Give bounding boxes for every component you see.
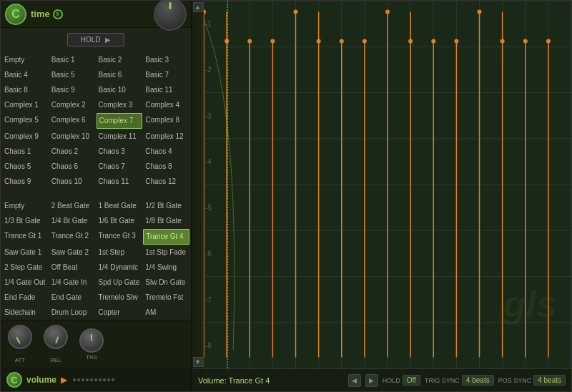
preset-cell[interactable]: Complex 3 — [97, 98, 143, 112]
preset-cell[interactable]: Trance Gt 2 — [49, 229, 96, 245]
preset-cell[interactable]: Basic 5 — [49, 68, 96, 82]
preset-cell[interactable]: Basic 1 — [49, 53, 96, 67]
preset-cell[interactable]: Complex 7 — [97, 113, 143, 129]
trs-knob[interactable] — [79, 328, 104, 353]
preset-cell[interactable]: Complex 12 — [143, 129, 189, 144]
preset-cell[interactable]: 1/4 Gate In — [49, 275, 96, 290]
preset-cell[interactable]: 1/3 Bt Gate — [2, 214, 49, 228]
preset-cell[interactable]: AM — [143, 305, 189, 320]
preset-cell[interactable]: 1 Beat Gate — [97, 199, 143, 213]
preset-row: Complex 9Complex 10Complex 11Complex 12 — [2, 129, 189, 144]
preset-cell[interactable]: Basic 6 — [97, 68, 143, 82]
automation-canvas[interactable] — [204, 1, 571, 368]
preset-cell[interactable]: Chaos 7 — [97, 160, 143, 174]
preset-cell[interactable]: Basic 2 — [97, 53, 143, 67]
rel-knob-group: · · · · · REL — [44, 325, 68, 363]
preset-cell[interactable]: Complex 10 — [49, 129, 96, 144]
preset-cell[interactable]: Slw Dn Gate — [143, 275, 189, 290]
preset-cell[interactable]: End Gate — [49, 290, 96, 305]
scroll-track[interactable] — [194, 14, 202, 356]
preset-cell[interactable]: Basic 4 — [2, 68, 49, 82]
preset-cell[interactable]: 2 Step Gate — [2, 260, 49, 275]
preset-row: EmptyBasic 1Basic 2Basic 3 — [2, 53, 189, 67]
preset-cell[interactable]: Complex 11 — [97, 129, 143, 144]
preset-cell[interactable]: Basic 7 — [143, 68, 189, 82]
preset-cell[interactable]: 1/4 Swing — [143, 260, 189, 275]
preset-cell[interactable]: Saw Gate 2 — [49, 245, 96, 260]
preset-cell[interactable]: Chaos 6 — [49, 160, 96, 174]
preset-cell[interactable]: Off Beat — [49, 260, 96, 275]
hold-button[interactable]: HOLD ▶ — [67, 33, 124, 46]
preset-cell[interactable]: End Fade — [2, 290, 49, 305]
preset-cell[interactable]: 1/6 Bt Gate — [97, 214, 143, 228]
main-knob[interactable] — [154, 0, 187, 31]
preset-cell[interactable]: Copter — [97, 305, 143, 320]
preset-cell[interactable]: Basic 9 — [49, 83, 96, 97]
hold-value[interactable]: Off — [403, 375, 420, 386]
preset-cell[interactable]: Basic 10 — [97, 83, 143, 97]
transport-btn-2[interactable]: ▶ — [365, 374, 378, 387]
preset-cell[interactable]: 1/2 Bt Gate — [143, 199, 189, 213]
preset-cell[interactable]: Complex 6 — [49, 113, 96, 129]
preset-section-0: EmptyBasic 1Basic 2Basic 3Basic 4Basic 5… — [2, 53, 189, 189]
preset-cell[interactable]: Empty — [2, 53, 49, 67]
preset-cell[interactable]: Complex 8 — [143, 113, 189, 129]
preset-cell[interactable]: Chaos 12 — [143, 175, 189, 189]
preset-cell[interactable]: Chaos 4 — [143, 144, 189, 159]
trig-sync-value[interactable]: 4 beats — [462, 375, 494, 386]
bottom-track-label: Volume: Trance Gt 4 — [198, 376, 270, 385]
preset-cell[interactable]: 1/4 Bt Gate — [49, 214, 96, 228]
time-icon: ⊕ — [53, 9, 63, 19]
preset-cell[interactable]: Spd Up Gate — [97, 275, 143, 290]
preset-cell[interactable]: 1/4 Gate Out — [2, 275, 49, 290]
preset-row: Basic 4Basic 5Basic 6Basic 7 — [2, 68, 189, 82]
preset-cell[interactable]: Complex 2 — [49, 98, 96, 112]
preset-cell[interactable]: Chaos 11 — [97, 175, 143, 189]
preset-row: Chaos 5Chaos 6Chaos 7Chaos 8 — [2, 160, 189, 174]
preset-cell[interactable]: Trance Gt 3 — [97, 229, 143, 245]
preset-cell[interactable]: 1st Step — [97, 245, 143, 260]
scroll-up-arrow[interactable]: ▲ — [193, 2, 203, 12]
preset-cell[interactable]: Trance Gt 4 — [143, 229, 189, 245]
pos-sync-group: POS SYNC 4 beats — [498, 375, 566, 386]
att-knob[interactable] — [8, 325, 32, 349]
preset-cell[interactable]: 1/8 Bt Gate — [143, 214, 189, 228]
preset-cell[interactable]: Empty — [2, 199, 49, 213]
rel-knob[interactable] — [44, 325, 68, 349]
preset-cell[interactable]: Chaos 3 — [97, 144, 143, 159]
preset-cell[interactable]: Complex 9 — [2, 129, 49, 144]
preset-cell[interactable]: Saw Gate 1 — [2, 245, 49, 260]
rel-label: REL — [50, 357, 61, 363]
preset-cell[interactable]: 2 Beat Gate — [49, 199, 96, 213]
preset-cell[interactable]: Sidechain — [2, 305, 49, 320]
vol-logo-letter: C — [11, 375, 17, 386]
preset-row: 1/3 Bt Gate1/4 Bt Gate1/6 Bt Gate1/8 Bt … — [2, 214, 189, 228]
preset-cell[interactable]: Basic 11 — [143, 83, 189, 97]
preset-cell[interactable]: Trance Gt 1 — [2, 229, 49, 245]
transport-btn-1[interactable]: ◀ — [348, 374, 361, 387]
scroll-down-arrow[interactable]: ▼ — [193, 357, 203, 367]
preset-cell[interactable]: 1/4 Dynamic — [97, 260, 143, 275]
main-container: C time ⊕ HOLD ▶ EmptyBasic 1Basic 2Basic… — [0, 0, 572, 392]
preset-cell[interactable]: Complex 1 — [2, 98, 49, 112]
preset-cell[interactable]: Basic 8 — [2, 83, 49, 97]
preset-cell[interactable]: Chaos 5 — [2, 160, 49, 174]
pos-sync-value[interactable]: 4 beats — [533, 375, 566, 386]
top-bar: C time ⊕ — [1, 1, 191, 28]
preset-cell[interactable]: Chaos 10 — [49, 175, 96, 189]
preset-cell[interactable]: Chaos 1 — [2, 144, 49, 159]
time-label: time — [31, 9, 50, 19]
preset-cell[interactable]: Chaos 2 — [49, 144, 96, 159]
preset-cell[interactable]: Complex 5 — [2, 113, 49, 129]
preset-cell[interactable]: Chaos 9 — [2, 175, 49, 189]
trig-sync-group: TRIG SYNC 4 beats — [425, 375, 494, 386]
preset-cell[interactable]: 1st Stp Fade — [143, 245, 189, 260]
preset-row: Complex 5Complex 6Complex 7Complex 8 — [2, 113, 189, 129]
preset-cell[interactable]: Tremelo Slw — [97, 290, 143, 305]
logo-icon: C — [5, 4, 26, 25]
preset-cell[interactable]: Complex 4 — [143, 98, 189, 112]
preset-cell[interactable]: Chaos 8 — [143, 160, 189, 174]
preset-cell[interactable]: Drum Loop — [49, 305, 96, 320]
preset-cell[interactable]: Tremelo Fst — [143, 290, 189, 305]
preset-cell[interactable]: Basic 3 — [143, 53, 189, 67]
